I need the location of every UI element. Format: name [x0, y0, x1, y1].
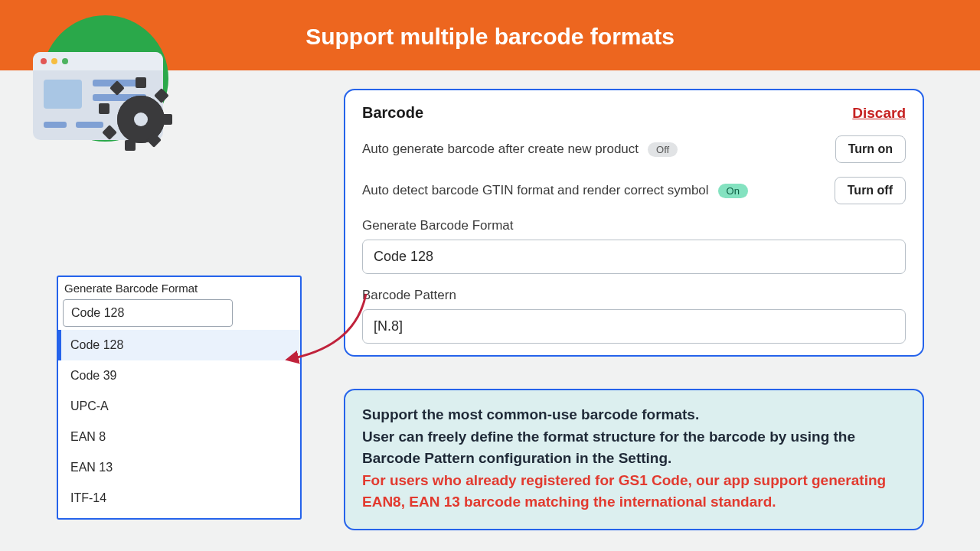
pattern-input[interactable] — [362, 309, 906, 344]
gear-icon — [117, 96, 165, 143]
note-line-2: User can freely define the format struct… — [362, 429, 855, 467]
dropdown-option[interactable]: Code 128 — [58, 330, 300, 360]
dropdown-option[interactable]: UPC-A — [58, 391, 300, 422]
format-input[interactable] — [362, 240, 906, 274]
pattern-label: Barcode Pattern — [362, 288, 906, 303]
dropdown-option[interactable]: EAN 8 — [58, 422, 300, 452]
barcode-settings-card: Barcode Discard Auto generate barcode af… — [344, 89, 924, 357]
discard-link[interactable]: Discard — [852, 105, 906, 122]
info-note: Support the most common-use barcode form… — [344, 389, 924, 530]
status-badge: Off — [648, 142, 678, 157]
dropdown-list: Code 128 Code 39 UPC-A EAN 8 EAN 13 ITF-… — [58, 330, 300, 514]
format-label: Generate Barcode Format — [362, 218, 906, 233]
auto-detect-label: Auto detect barcode GTIN format and rend… — [362, 183, 709, 198]
turn-on-button[interactable]: Turn on — [835, 135, 906, 163]
pattern-field: Barcode Pattern — [362, 288, 906, 344]
turn-off-button[interactable]: Turn off — [835, 177, 906, 204]
format-field: Generate Barcode Format — [362, 218, 906, 274]
dropdown-label: Generate Barcode Format — [58, 280, 300, 299]
auto-detect-row: Auto detect barcode GTIN format and rend… — [362, 177, 906, 204]
format-dropdown-panel: Generate Barcode Format Code 128 Code 39… — [57, 276, 302, 520]
dropdown-option[interactable]: EAN 13 — [58, 452, 300, 483]
dropdown-input[interactable] — [63, 299, 233, 327]
status-badge: On — [718, 184, 748, 198]
note-line-3: For users who already registered for GS1… — [362, 472, 886, 510]
auto-generate-row: Auto generate barcode after create new p… — [362, 135, 906, 163]
dropdown-option[interactable]: ITF-14 — [58, 483, 300, 514]
page-title: Support multiple barcode formats — [305, 24, 675, 50]
section-title: Barcode — [362, 104, 423, 122]
dropdown-option[interactable]: Code 39 — [58, 360, 300, 391]
note-line-1: Support the most common-use barcode form… — [362, 406, 699, 422]
auto-generate-label: Auto generate barcode after create new p… — [362, 142, 639, 157]
